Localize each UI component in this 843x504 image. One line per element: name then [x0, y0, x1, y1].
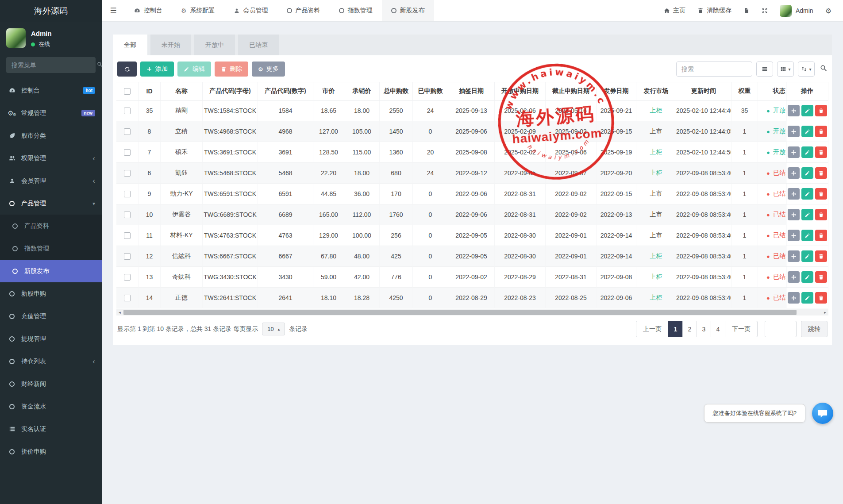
row-edit-button[interactable]: [801, 271, 813, 283]
scroll-left-icon[interactable]: ◂: [116, 309, 123, 315]
row-delete-button[interactable]: [815, 126, 827, 137]
jump-page-input[interactable]: [765, 321, 797, 337]
sidebar-search-icon[interactable]: [97, 62, 103, 69]
move-button[interactable]: [788, 105, 800, 116]
move-button[interactable]: [788, 250, 800, 262]
move-button[interactable]: [788, 146, 800, 158]
sidebar-item-1[interactable]: ⚙⚙常规管理new: [0, 102, 102, 124]
scroll-right-icon[interactable]: ▸: [822, 309, 828, 315]
columns-button[interactable]: ▾: [777, 62, 794, 77]
market-label[interactable]: 上柜: [650, 107, 662, 114]
move-button[interactable]: [788, 209, 800, 220]
sidebar-item-2[interactable]: 股市分类: [0, 124, 102, 147]
sidebar-item-7[interactable]: 充值管理: [0, 305, 102, 327]
nav-tab-2[interactable]: 会员管理: [224, 0, 277, 21]
jump-button[interactable]: 跳转: [801, 321, 828, 337]
row-delete-button[interactable]: [815, 167, 827, 179]
page-size-select[interactable]: 10 ▴: [262, 323, 285, 335]
add-button[interactable]: 添加: [140, 62, 174, 77]
user-menu[interactable]: Admin: [780, 5, 813, 17]
sidebar-item-12[interactable]: 实名认证: [0, 418, 102, 440]
market-label[interactable]: 上柜: [650, 273, 662, 280]
search-icon[interactable]: [820, 65, 828, 73]
row-delete-button[interactable]: [815, 250, 827, 262]
nav-tab-0[interactable]: 控制台: [125, 0, 172, 21]
row-checkbox[interactable]: [124, 108, 131, 114]
edit-button[interactable]: 编辑: [177, 62, 211, 77]
sidebar-item-6[interactable]: 新股申购: [0, 282, 102, 305]
sidebar-subitem-0[interactable]: 产品资料: [0, 215, 102, 237]
sidebar-item-4[interactable]: 会员管理‹: [0, 169, 102, 192]
row-edit-button[interactable]: [801, 167, 813, 179]
page-button-4[interactable]: 4: [711, 321, 725, 337]
next-page-button[interactable]: 下一页: [725, 321, 758, 337]
move-button[interactable]: [788, 271, 800, 283]
sidebar-item-5[interactable]: 产品管理▾: [0, 192, 102, 215]
table-search-input[interactable]: [676, 62, 752, 77]
row-checkbox[interactable]: [124, 253, 131, 260]
chat-button[interactable]: [812, 403, 833, 424]
hamburger-icon[interactable]: ☰: [102, 0, 125, 21]
filter-tab-3[interactable]: 已结束: [238, 35, 279, 55]
sidebar-item-9[interactable]: 持仓列表‹: [0, 350, 102, 373]
row-checkbox[interactable]: [124, 128, 131, 135]
sidebar-subitem-1[interactable]: 指数管理: [0, 237, 102, 260]
move-button[interactable]: [788, 126, 800, 137]
filter-tab-0[interactable]: 全部: [113, 35, 147, 55]
prev-page-button[interactable]: 上一页: [636, 321, 669, 337]
row-checkbox[interactable]: [124, 191, 131, 197]
sidebar-item-13[interactable]: 折价申购: [0, 440, 102, 463]
market-label[interactable]: 上柜: [650, 169, 662, 176]
refresh-button[interactable]: [117, 62, 137, 77]
select-all-checkbox[interactable]: [124, 88, 131, 95]
row-delete-button[interactable]: [815, 230, 827, 241]
row-checkbox[interactable]: [124, 232, 131, 239]
row-delete-button[interactable]: [815, 188, 827, 200]
page-button-1[interactable]: 1: [668, 321, 683, 337]
fullscreen-icon[interactable]: [762, 8, 768, 14]
nav-tab-5[interactable]: 新股发布: [382, 0, 434, 21]
market-label[interactable]: 上柜: [650, 148, 662, 155]
sidebar-item-3[interactable]: 权限管理‹: [0, 147, 102, 169]
row-checkbox[interactable]: [124, 274, 131, 281]
sidebar-subitem-2[interactable]: 新股发布: [0, 260, 102, 282]
home-link[interactable]: 主页: [664, 7, 685, 15]
row-edit-button[interactable]: [801, 209, 813, 220]
document-icon[interactable]: [743, 8, 750, 14]
filter-tab-2[interactable]: 开放中: [194, 35, 235, 55]
row-edit-button[interactable]: [801, 230, 813, 241]
more-button[interactable]: ⚙ 更多: [252, 62, 285, 77]
move-button[interactable]: [788, 292, 800, 304]
row-edit-button[interactable]: [801, 146, 813, 158]
row-delete-button[interactable]: [815, 209, 827, 220]
row-delete-button[interactable]: [815, 105, 827, 116]
sidebar-search-input[interactable]: [6, 62, 97, 69]
clear-cache-link[interactable]: 清除缓存: [697, 7, 731, 15]
move-button[interactable]: [788, 230, 800, 241]
row-delete-button[interactable]: [815, 271, 827, 283]
row-edit-button[interactable]: [801, 250, 813, 262]
nav-tab-1[interactable]: ⚙系统配置: [172, 0, 224, 21]
sidebar-item-10[interactable]: 财经新闻: [0, 373, 102, 395]
move-button[interactable]: [788, 188, 800, 200]
sidebar-item-11[interactable]: 资金流水: [0, 395, 102, 418]
sidebar-item-8[interactable]: 提现管理: [0, 327, 102, 350]
market-label[interactable]: 上柜: [650, 294, 662, 301]
delete-button[interactable]: 删除: [215, 62, 248, 77]
nav-tab-3[interactable]: 产品资料: [277, 0, 330, 21]
row-checkbox[interactable]: [124, 212, 131, 218]
filter-tab-1[interactable]: 未开始: [150, 35, 191, 55]
scrollbar-thumb[interactable]: [123, 310, 797, 315]
row-edit-button[interactable]: [801, 292, 813, 304]
table-scroll-container[interactable]: ID名称产品代码(字母)产品代码(数字)市价承销价总申购数已申购数抽签日期开放申…: [116, 82, 828, 308]
row-delete-button[interactable]: [815, 292, 827, 304]
row-edit-button[interactable]: [801, 126, 813, 137]
row-checkbox[interactable]: [124, 149, 131, 156]
detail-view-button[interactable]: [756, 62, 773, 77]
market-label[interactable]: 上柜: [650, 252, 662, 259]
row-checkbox[interactable]: [124, 170, 131, 177]
horizontal-scrollbar[interactable]: ◂ ▸: [116, 309, 828, 315]
row-delete-button[interactable]: [815, 146, 827, 158]
row-edit-button[interactable]: [801, 105, 813, 116]
row-checkbox[interactable]: [124, 295, 131, 301]
